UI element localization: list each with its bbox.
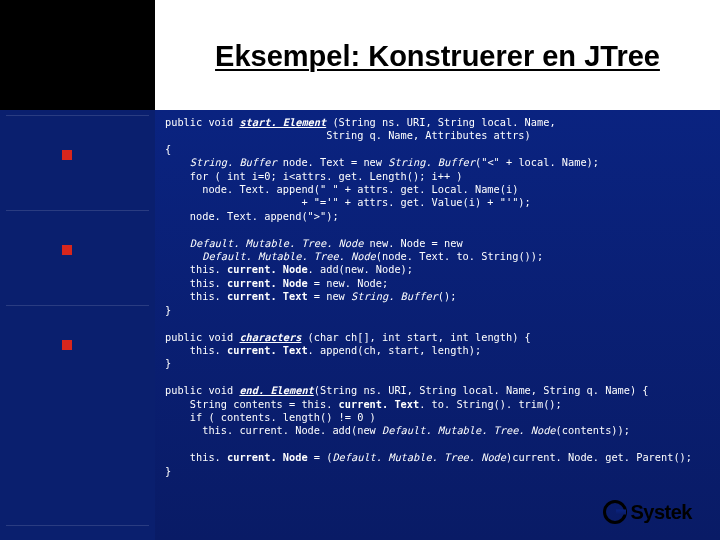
code-line: String contents = this. current. Text. t… xyxy=(165,398,562,410)
code-line: this. current. Node. add(new. Node); xyxy=(165,263,413,275)
code-line: if ( contents. length() != 0 ) xyxy=(165,411,376,423)
code-line: this. current. Text = new String. Buffer… xyxy=(165,290,456,302)
left-sidebar xyxy=(0,0,155,540)
code-line: String. Buffer node. Text = new String. … xyxy=(165,156,599,168)
code-line: { xyxy=(165,143,171,155)
code-line: public void end. Element(String ns. URI,… xyxy=(165,384,649,396)
code-line: Default. Mutable. Tree. Node(node. Text.… xyxy=(165,250,543,262)
code-line: public void characters (char ch[], int s… xyxy=(165,331,531,343)
bullet-icon xyxy=(62,150,72,160)
code-line: } xyxy=(165,357,171,369)
code-line: String q. Name, Attributes attrs) xyxy=(165,129,531,141)
code-line: public void start. Element (String ns. U… xyxy=(165,116,556,128)
divider xyxy=(6,525,149,526)
code-line: for ( int i=0; i<attrs. get. Length(); i… xyxy=(165,170,463,182)
code-line: Default. Mutable. Tree. Node new. Node =… xyxy=(165,237,463,249)
divider xyxy=(6,115,149,116)
logo-text: Systek xyxy=(631,501,693,524)
code-block: public void start. Element (String ns. U… xyxy=(155,110,720,540)
bullet-icon xyxy=(62,340,72,350)
code-line: this. current. Text. append(ch, start, l… xyxy=(165,344,481,356)
title-wrap: Eksempel: Konstruerer en JTree xyxy=(155,6,720,106)
code-line: } xyxy=(165,304,171,316)
code-line: node. Text. append(">"); xyxy=(165,210,339,222)
code-line: node. Text. append(" " + attrs. get. Loc… xyxy=(165,183,518,195)
logo: Systek xyxy=(603,500,693,524)
divider xyxy=(6,210,149,211)
code-line: this. current. Node = new. Node; xyxy=(165,277,388,289)
code-line: this. current. Node = (Default. Mutable.… xyxy=(165,451,692,463)
code-line: } xyxy=(165,465,171,477)
code-line: this. current. Node. add(new Default. Mu… xyxy=(165,424,630,436)
divider xyxy=(6,305,149,306)
code-line: + "='" + attrs. get. Value(i) + "'"); xyxy=(165,196,531,208)
logo-icon xyxy=(603,500,627,524)
bullet-icon xyxy=(62,245,72,255)
slide-title: Eksempel: Konstruerer en JTree xyxy=(215,39,660,73)
